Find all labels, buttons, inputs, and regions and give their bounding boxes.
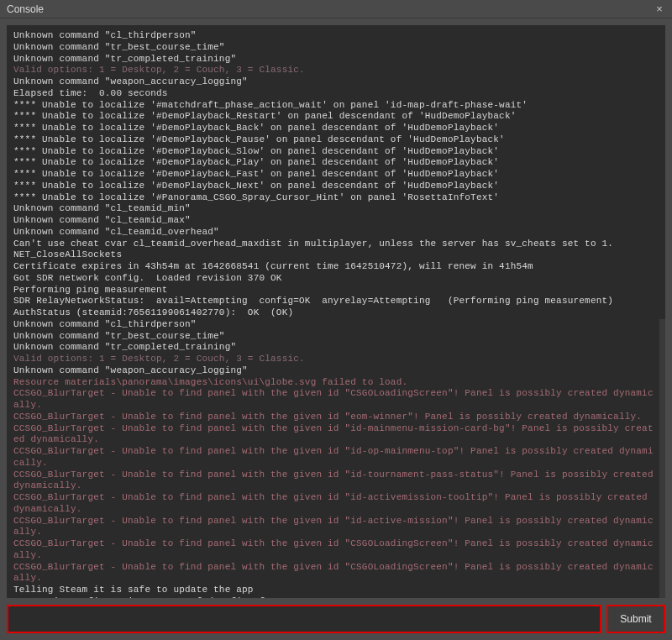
console-line: **** Unable to localize '#Panorama_CSGO_… [13, 192, 659, 204]
submit-button[interactable]: Submit [606, 605, 665, 633]
console-line: CCSGO_BlurTarget - Unable to find panel … [13, 492, 659, 516]
console-line: Unknown command "cl_teamid_min" [13, 203, 659, 215]
console-line: CCSGO_BlurTarget - Unable to find panel … [13, 538, 659, 562]
console-line: **** Unable to localize '#DemoPlayback_N… [13, 181, 659, 192]
console-line: AuthStatus (steamid:76561199061402770): … [13, 307, 659, 319]
console-line: Valid options: 1 = Desktop, 2 = Couch, 3… [13, 65, 659, 76]
console-line: Valid options: 1 = Desktop, 2 = Couch, 3… [13, 354, 659, 365]
console-wrap: Unknown command "cl_thirdperson"Unknown … [0, 18, 672, 640]
console-line: CCSGO_BlurTarget - Unable to find panel … [13, 470, 659, 493]
input-row: Submit [7, 605, 665, 633]
console-line: **** Unable to localize '#DemoPlayback_F… [13, 169, 659, 181]
console-line: **** Unable to localize '#DemoPlayback_P… [13, 157, 659, 169]
console-line: **** Unable to localize '#DemoPlayback_S… [13, 146, 659, 158]
console-line: Unknown command "tr_best_course_time" [13, 331, 659, 343]
console-line: **** Unable to localize '#DemoPlayback_P… [13, 134, 659, 146]
console-line: Unknown command "tr_completed_training" [13, 342, 659, 354]
console-window: Console × Unknown command "cl_thirdperso… [0, 0, 672, 640]
console-line: CCSGO_BlurTarget - Unable to find panel … [13, 562, 659, 585]
console-line: Unknown command "cl_thirdperson" [13, 30, 659, 42]
console-line: CCSGO_BlurTarget - Unable to find panel … [13, 516, 659, 539]
console-line: Can't use cheat cvar cl_teamid_overhead_… [13, 239, 659, 250]
console-line: NET_CloseAllSockets [13, 249, 659, 261]
console-line: SDR RelayNetworkStatus: avail=Attempting… [13, 296, 659, 307]
console-line: **** Unable to localize '#matchdraft_pha… [13, 100, 659, 112]
console-line: Got SDR network config. Loaded revision … [13, 273, 659, 285]
console-line: Elapsed time: 0.00 seconds [13, 88, 659, 100]
console-line: Unknown command "cl_teamid_overhead" [13, 227, 659, 239]
console-line: **** Unable to localize '#DemoPlayback_B… [13, 123, 659, 134]
console-line: Unknown command "weapon_accuracy_logging… [13, 365, 659, 377]
console-line: CCSGO_BlurTarget - Unable to find panel … [13, 446, 659, 470]
console-line: Certificate expires in 43h54m at 1642668… [13, 261, 659, 273]
console-line: **** Unable to localize '#DemoPlayback_R… [13, 111, 659, 123]
close-icon[interactable]: × [652, 3, 667, 16]
console-line: Unknown command "tr_best_course_time" [13, 42, 659, 54]
console-output[interactable]: Unknown command "cl_thirdperson"Unknown … [7, 25, 665, 598]
console-line: Resource materials\panorama\images\icons… [13, 377, 659, 389]
window-title: Console [7, 3, 44, 15]
console-line: CCSGO_BlurTarget - Unable to find panel … [13, 388, 659, 412]
scrollbar[interactable] [659, 319, 665, 598]
console-line: Unknown command "cl_thirdperson" [13, 319, 659, 331]
console-line: CCSGO_BlurTarget - Unable to find panel … [13, 412, 659, 423]
console-line: Telling Steam it is safe to update the a… [13, 585, 659, 596]
console-line: Unknown command "cl_teamid_max" [13, 215, 659, 227]
console-line: Unknown command "tr_completed_training" [13, 54, 659, 66]
console-line: Performing ping measurement [13, 285, 659, 296]
command-input[interactable] [7, 605, 601, 633]
console-line: CCSGO_BlurTarget - Unable to find panel … [13, 423, 659, 447]
titlebar: Console × [0, 0, 672, 18]
console-line: Unknown command "weapon_accuracy_logging… [13, 76, 659, 88]
console-line: Host_WriteConfiguration: Wrote cfg/confi… [13, 596, 659, 598]
